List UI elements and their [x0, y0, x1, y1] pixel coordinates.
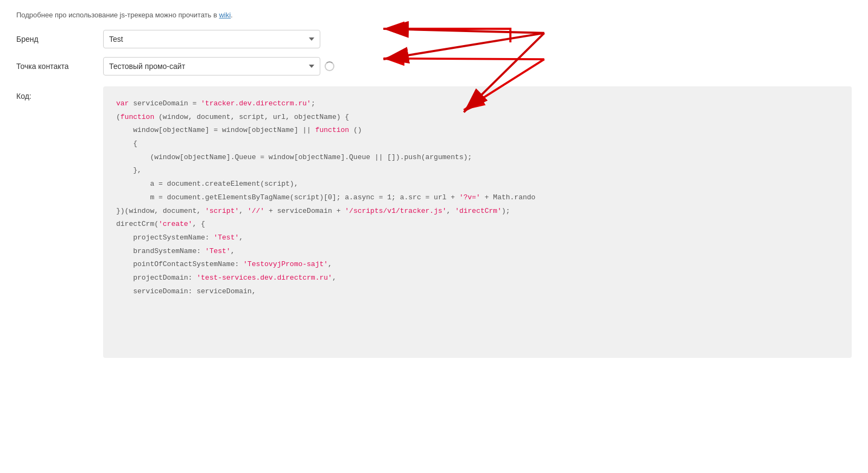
- contact-point-label: Точка контакта: [16, 62, 103, 71]
- code-section: Код: var serviceDomain = 'tracker.dev.di…: [16, 86, 852, 358]
- code-line-6: },: [116, 164, 839, 178]
- loading-spinner-icon: [325, 61, 334, 71]
- brand-row: Бренд Test: [16, 30, 852, 48]
- code-block: var serviceDomain = 'tracker.dev.directc…: [103, 86, 852, 358]
- code-line-12: brandSystemName: 'Test',: [116, 245, 839, 258]
- code-line-15: serviceDomain: serviceDomain,: [116, 285, 839, 299]
- contact-point-row: Точка контакта Тестовый промо-сайт: [16, 57, 852, 75]
- code-line-1: var serviceDomain = 'tracker.dev.directc…: [116, 97, 839, 111]
- brand-label: Бренд: [16, 35, 103, 43]
- code-line-2: (function (window, document, script, url…: [116, 111, 839, 124]
- code-line-14: projectDomain: 'test-services.dev.direct…: [116, 272, 839, 285]
- code-line-8: m = document.getElementsByTagName(script…: [116, 191, 839, 205]
- code-line-7: a = document.createElement(script),: [116, 178, 839, 191]
- code-line-5: (window[objectName].Queue = window[objec…: [116, 151, 839, 165]
- wiki-link[interactable]: wiki: [219, 11, 231, 19]
- code-line-4: {: [116, 137, 839, 151]
- code-line-3: window[objectName] = window[objectName] …: [116, 124, 839, 137]
- info-description: Подробнее про использование js-трекера м…: [16, 11, 219, 19]
- page-container: Подробнее про использование js-трекера м…: [0, 0, 868, 369]
- code-label: Код:: [16, 86, 103, 358]
- code-line-9: })(window, document, 'script', '//' + se…: [116, 205, 839, 218]
- code-line-13: pointOfContactSystemName: 'TestovyjPromo…: [116, 258, 839, 272]
- brand-select[interactable]: Test: [103, 30, 320, 48]
- code-line-10: directCrm('create', {: [116, 218, 839, 231]
- code-line-11: projectSystemName: 'Test',: [116, 231, 839, 245]
- contact-point-select[interactable]: Тестовый промо-сайт: [103, 57, 320, 75]
- info-text: Подробнее про использование js-трекера м…: [16, 11, 852, 19]
